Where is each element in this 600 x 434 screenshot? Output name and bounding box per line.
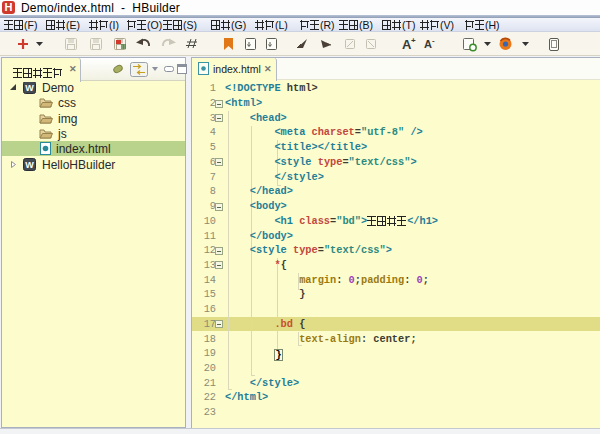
svg-text:A: A [424,38,432,50]
svg-text:W: W [25,160,34,170]
svg-text:+: + [411,36,416,45]
svg-text:W: W [25,83,34,93]
svg-text:-: - [432,36,435,45]
